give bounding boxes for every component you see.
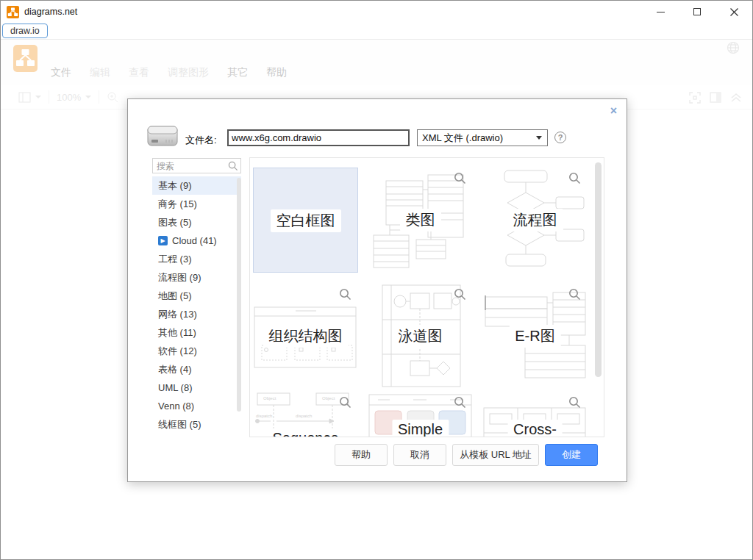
template-label: 类图	[400, 209, 441, 231]
close-button[interactable]	[715, 1, 752, 23]
help-circle-icon[interactable]: ?	[554, 132, 566, 143]
tab-drawio[interactable]: draw.io	[2, 24, 48, 38]
play-badge-icon: ▶	[158, 236, 168, 245]
disk-icon	[147, 123, 178, 148]
category-venn[interactable]: Venn (8)	[152, 397, 241, 415]
template-tile-er-diagram[interactable]: E-R图	[482, 284, 588, 389]
maximize-button[interactable]	[679, 1, 715, 23]
category-basic[interactable]: 基本 (9)	[152, 176, 241, 195]
magnifier-icon[interactable]	[568, 172, 581, 184]
filetype-value: XML 文件 (.drawio)	[422, 132, 503, 145]
filetype-select[interactable]: XML 文件 (.drawio)	[417, 129, 548, 146]
create-button[interactable]: 创建	[545, 444, 598, 466]
template-tile-class-diagram[interactable]: 类图	[368, 168, 473, 273]
category-other[interactable]: 其他 (11)	[152, 323, 241, 342]
template-label: Sequence	[266, 428, 344, 437]
search-box	[152, 158, 241, 173]
dialog-close-icon[interactable]: ×	[610, 105, 617, 117]
search-icon	[228, 161, 238, 171]
template-tile-simple[interactable]: Simple	[368, 392, 473, 437]
category-software[interactable]: 软件 (12)	[152, 342, 241, 360]
title-bar: diagrams.net	[1, 1, 752, 23]
app-window: diagrams.net draw.io 文件 编辑 查看 调整图形 其它 帮助	[0, 0, 753, 560]
chevron-down-icon	[536, 136, 542, 140]
minimize-button[interactable]	[642, 1, 679, 23]
magnifier-icon[interactable]	[454, 288, 466, 301]
category-charts[interactable]: 图表 (5)	[152, 213, 241, 231]
template-tile-cross[interactable]: Cross-	[482, 392, 588, 437]
category-wireframes[interactable]: 线框图 (5)	[152, 415, 241, 434]
sidebar-scrollbar[interactable]	[237, 178, 241, 412]
magnifier-icon[interactable]	[339, 288, 351, 301]
tab-bar: draw.io	[1, 23, 752, 40]
new-file-dialog: × 文件名: XML 文件 (.drawio) ? 基本 (9) 商	[127, 98, 627, 482]
template-label: 泳道图	[393, 325, 449, 348]
minimize-icon	[657, 12, 665, 12]
template-grid: 空白框图 类图	[249, 157, 604, 437]
template-label: 组织结构图	[263, 325, 349, 348]
template-label: E-R图	[509, 325, 560, 348]
template-label: 流程图	[507, 209, 563, 231]
category-uml[interactable]: UML (8)	[152, 378, 241, 397]
template-tile-flowchart[interactable]: 流程图	[482, 168, 588, 273]
from-template-url-button[interactable]: 从模板 URL 地址	[452, 444, 539, 466]
template-tile-blank[interactable]: 空白框图	[253, 168, 358, 273]
magnifier-icon[interactable]	[568, 396, 581, 409]
magnifier-icon[interactable]	[568, 288, 581, 301]
filename-input[interactable]	[227, 129, 410, 146]
template-tile-swimlane[interactable]: 泳道图	[368, 284, 473, 389]
category-maps[interactable]: 地图 (5)	[152, 287, 241, 305]
drawio-logo-icon	[7, 6, 19, 18]
template-tile-orgchart[interactable]: 组织结构图	[253, 284, 358, 389]
magnifier-icon[interactable]	[454, 172, 466, 184]
magnifier-icon[interactable]	[454, 396, 466, 409]
maximize-icon	[693, 8, 701, 15]
close-icon	[730, 8, 738, 16]
filename-label: 文件名:	[185, 134, 217, 147]
category-cloud[interactable]: ▶Cloud (41)	[152, 231, 241, 250]
category-flowcharts[interactable]: 流程图 (9)	[152, 268, 241, 287]
template-grid-scrollbar[interactable]	[595, 162, 602, 377]
cancel-button[interactable]: 取消	[393, 444, 446, 466]
category-list: 基本 (9) 商务 (15) 图表 (5) ▶Cloud (41) 工程 (3)…	[152, 176, 241, 434]
window-title: diagrams.net	[24, 7, 77, 17]
template-label: Cross-	[507, 420, 563, 437]
help-button[interactable]: 帮助	[335, 444, 388, 466]
magnifier-icon[interactable]	[339, 396, 351, 409]
template-label: 空白框图	[271, 209, 341, 232]
category-network[interactable]: 网络 (13)	[152, 305, 241, 323]
category-tables[interactable]: 表格 (4)	[152, 360, 241, 378]
template-tile-sequence[interactable]: Object Object dispatch dispatch Sequence	[253, 392, 358, 437]
category-engineering[interactable]: 工程 (3)	[152, 250, 241, 268]
template-label: Simple	[392, 420, 449, 437]
category-business[interactable]: 商务 (15)	[152, 195, 241, 213]
